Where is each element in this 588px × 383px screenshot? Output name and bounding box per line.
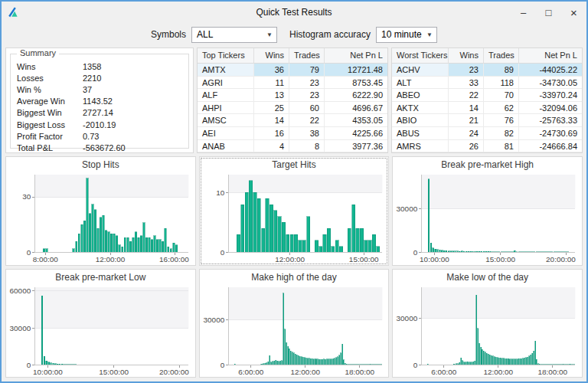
table-cell: AHPI: [198, 102, 254, 115]
summary-row: Average Win1143.52: [17, 96, 187, 107]
window-title: Quick Test Results: [2, 7, 586, 18]
table-cell: -33970.24: [519, 89, 582, 102]
histogram-svg-make-low-of-the-day: 0300006:00:0012:00:0018:00:00: [393, 283, 582, 378]
toolbar: Symbols ALL ▼ Histogram accuracy 10 minu…: [2, 23, 586, 46]
column-header[interactable]: Top Tickers: [198, 48, 254, 64]
table-cell: ABEO: [392, 89, 449, 102]
table-row[interactable]: AHPI25604696.67: [198, 102, 387, 115]
table-row[interactable]: AKTX1462-32094.06: [392, 102, 582, 115]
titlebar: Quick Test Results – □ ×: [2, 2, 586, 23]
table-cell: 36: [254, 64, 289, 77]
table-cell: 14: [254, 114, 289, 127]
summary-value: 1358: [83, 62, 101, 71]
table-cell: AMSC: [198, 114, 254, 127]
svg-text:6:00:00: 6:00:00: [238, 367, 264, 375]
table-cell: 8: [289, 140, 325, 153]
histogram-svg-break-pre-market-low: 0300006000010:00:0015:00:0020:00:00: [6, 283, 195, 378]
table-row[interactable]: AGRI11238753.45: [198, 77, 387, 90]
svg-text:30: 30: [22, 192, 31, 201]
table-cell: ANAB: [198, 140, 254, 153]
table-cell: 23: [289, 77, 325, 90]
table-cell: -25763.33: [519, 114, 582, 127]
table-row[interactable]: ABIO2176-25763.33: [392, 114, 582, 127]
table-row[interactable]: ACHV2389-44025.22: [392, 64, 582, 77]
charts-grid: Stop Hits0308:00:0012:00:0016:00:00Targe…: [5, 156, 583, 378]
column-header[interactable]: Wins: [449, 48, 484, 64]
table-cell: 38: [289, 127, 325, 140]
chart-title-make-low-of-the-day: Make low of the day: [393, 270, 582, 283]
table-cell: 60: [289, 102, 325, 115]
table-row[interactable]: ANAB483977.36: [198, 140, 387, 153]
table-row[interactable]: AEI16384225.66: [198, 127, 387, 140]
svg-text:20:00:00: 20:00:00: [159, 367, 189, 375]
chart-panel-stop-hits[interactable]: Stop Hits0308:00:0012:00:0016:00:00: [5, 156, 196, 266]
table-cell: 23: [289, 89, 325, 102]
chart-title-stop-hits: Stop Hits: [6, 157, 195, 171]
table-row[interactable]: AMTX367912721.48: [198, 64, 387, 77]
chart-panel-make-high-of-the-day[interactable]: Make high of the day0300006:00:0012:00:0…: [199, 269, 390, 378]
table-row[interactable]: ALT33118-34730.05: [392, 77, 582, 90]
symbols-label: Symbols: [151, 29, 186, 40]
table-cell: 25: [254, 102, 289, 115]
summary-label: Average Win: [17, 97, 83, 106]
chart-panel-target-hits[interactable]: Target Hits01012:00:0015:00:00: [199, 156, 390, 266]
summary-row: Biggest Win2727.14: [17, 107, 187, 119]
chart-panel-make-low-of-the-day[interactable]: Make low of the day0300006:00:0012:00:00…: [392, 269, 583, 378]
table-cell: 82: [484, 127, 519, 140]
table-cell: ALT: [392, 77, 449, 90]
summary-value: 2727.14: [83, 108, 113, 117]
table-cell: 14: [449, 102, 484, 115]
chevron-down-icon: ▼: [426, 31, 433, 38]
table-header-row: Top TickersWinsTradesNet Pn L: [198, 48, 387, 64]
summary-panel: Summary Wins1358Losses2210Win %37Average…: [5, 47, 194, 153]
summary-value: 1143.52: [83, 97, 113, 106]
column-header[interactable]: Net Pn L: [325, 48, 387, 64]
table-cell: 81: [484, 140, 519, 153]
symbols-select[interactable]: ALL ▼: [191, 27, 277, 43]
table-cell: 21: [449, 114, 484, 127]
column-header[interactable]: Trades: [289, 48, 325, 64]
column-header[interactable]: Trades: [484, 48, 519, 64]
summary-groupbox: Summary Wins1358Losses2210Win %37Average…: [10, 54, 189, 149]
histogram-svg-target-hits: 01012:00:0015:00:00: [200, 171, 389, 265]
svg-text:15:00:00: 15:00:00: [349, 255, 379, 264]
maximize-button[interactable]: □: [536, 2, 561, 23]
column-header[interactable]: Wins: [254, 48, 289, 64]
column-header[interactable]: Net Pn L: [519, 48, 582, 64]
table-row[interactable]: ALF13236222.90: [198, 89, 387, 102]
table-row[interactable]: ABUS2482-24730.69: [392, 127, 582, 140]
table-row[interactable]: AMSC14224353.05: [198, 114, 387, 127]
svg-text:0: 0: [27, 361, 31, 369]
table-cell: -24730.69: [519, 127, 582, 140]
table-cell: 33: [449, 77, 484, 90]
summary-label: Losses: [17, 74, 83, 83]
table-cell: -24666.84: [519, 140, 582, 153]
histogram-accuracy-label: Histogram accuracy: [289, 29, 371, 40]
summary-label: Win %: [17, 85, 83, 94]
chart-title-make-high-of-the-day: Make high of the day: [200, 270, 389, 283]
svg-text:12:00:00: 12:00:00: [290, 367, 320, 375]
svg-text:12:00:00: 12:00:00: [96, 255, 126, 264]
summary-label: Profit Factor: [17, 132, 83, 141]
svg-text:15:00:00: 15:00:00: [99, 367, 129, 375]
table-cell: -34730.05: [519, 77, 582, 90]
chart-panel-break-pre-market-low[interactable]: Break pre-market Low0300006000010:00:001…: [5, 269, 196, 378]
histogram-accuracy-select[interactable]: 10 minute ▼: [376, 27, 437, 43]
close-button[interactable]: ×: [561, 2, 586, 23]
table-cell: 62: [484, 102, 519, 115]
svg-text:18:00:00: 18:00:00: [345, 367, 374, 375]
summary-row: Biggest Loss-2010.19: [17, 119, 187, 130]
table-cell: 4353.05: [325, 114, 387, 127]
table-cell: 70: [484, 89, 519, 102]
svg-text:10: 10: [216, 188, 225, 197]
column-header[interactable]: Worst Tickers: [392, 48, 449, 64]
table-cell: 4: [254, 140, 289, 153]
table-cell: ACHV: [392, 64, 449, 77]
svg-text:0: 0: [220, 361, 224, 369]
table-cell: 16: [254, 127, 289, 140]
table-row[interactable]: ABEO2270-33970.24: [392, 89, 582, 102]
table-cell: 12721.48: [325, 64, 387, 77]
chart-panel-break-pre-market-high[interactable]: Break pre-market High03000010:00:0015:00…: [392, 156, 583, 266]
table-row[interactable]: AMRS2681-24666.84: [392, 140, 582, 153]
minimize-button[interactable]: –: [511, 2, 536, 23]
